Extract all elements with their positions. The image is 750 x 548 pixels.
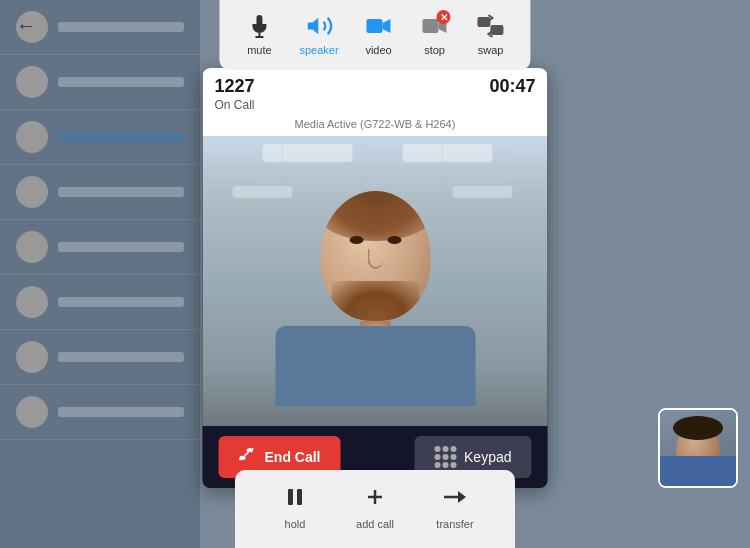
add-call-label: add call	[356, 518, 394, 530]
video-button[interactable]: video	[355, 8, 403, 60]
call-info-bar: 1227 On Call 00:47	[203, 68, 548, 116]
face-head	[320, 191, 430, 321]
self-view	[658, 408, 738, 488]
face-smile	[350, 281, 400, 301]
self-view-video	[660, 410, 736, 486]
stop-label: stop	[424, 44, 445, 56]
svg-rect-8	[491, 25, 504, 35]
call-number: 1227	[215, 76, 255, 97]
self-shirt	[658, 456, 738, 486]
keypad-icon	[434, 446, 456, 468]
stop-button[interactable]: ✕ stop	[411, 8, 459, 60]
keypad-label: Keypad	[464, 449, 511, 465]
svg-marker-19	[458, 491, 466, 503]
shirt	[275, 326, 475, 406]
hold-icon	[284, 486, 306, 514]
svg-marker-4	[383, 19, 391, 33]
svg-marker-2	[307, 18, 318, 34]
video-feed	[203, 136, 548, 426]
hold-label: hold	[285, 518, 306, 530]
caller-video	[275, 191, 475, 406]
speaker-icon	[305, 12, 333, 40]
transfer-label: transfer	[436, 518, 473, 530]
add-call-icon	[364, 486, 386, 514]
add-call-button[interactable]: add call	[335, 480, 415, 536]
face-eyes	[349, 236, 401, 244]
video-panel: 1227 On Call 00:47 Media Active (G722-WB…	[203, 68, 548, 488]
video-label: video	[365, 44, 391, 56]
mute-label: mute	[247, 44, 271, 56]
face-eye-left	[349, 236, 363, 244]
media-info: Media Active (G722-WB & H264)	[203, 116, 548, 136]
stop-icon: ✕	[421, 12, 449, 40]
svg-rect-15	[297, 489, 302, 505]
swap-label: swap	[478, 44, 504, 56]
bottom-bar: hold add call transfer	[235, 470, 515, 548]
svg-rect-5	[423, 19, 439, 33]
video-icon	[365, 12, 393, 40]
end-call-label: End Call	[265, 449, 321, 465]
face-nose	[367, 249, 383, 269]
svg-rect-14	[288, 489, 293, 505]
svg-rect-3	[367, 19, 383, 33]
main-container: ← mute speaker	[0, 0, 750, 548]
call-timer: 00:47	[489, 76, 535, 97]
mute-icon	[245, 12, 273, 40]
phone-end-icon	[239, 448, 257, 466]
call-status: On Call	[215, 98, 255, 112]
svg-rect-7	[478, 17, 491, 27]
mute-button[interactable]: mute	[235, 8, 283, 60]
swap-icon	[477, 12, 505, 40]
swap-button[interactable]: swap	[467, 8, 515, 60]
transfer-icon	[442, 486, 468, 514]
transfer-button[interactable]: transfer	[415, 480, 495, 536]
speaker-button[interactable]: speaker	[291, 8, 346, 60]
hold-button[interactable]: hold	[255, 480, 335, 536]
back-button[interactable]: ←	[16, 14, 36, 37]
speaker-label: speaker	[299, 44, 338, 56]
toolbar: mute speaker video	[219, 0, 530, 70]
face-eye-right	[387, 236, 401, 244]
